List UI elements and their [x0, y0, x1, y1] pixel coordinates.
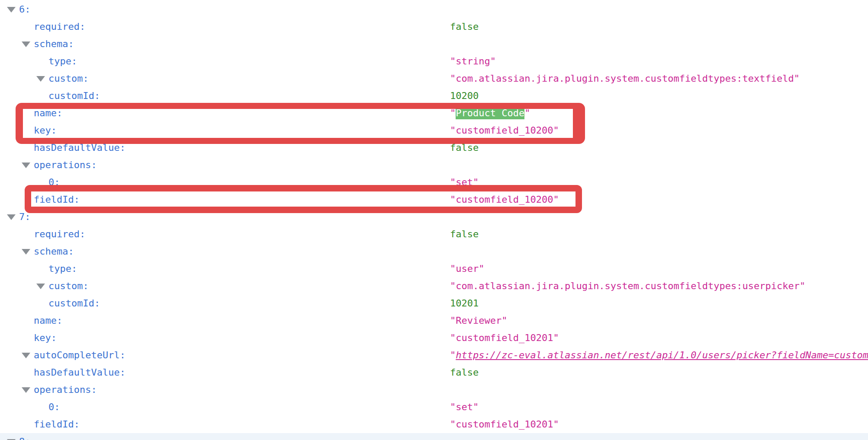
annotation-box-2 — [25, 185, 582, 213]
json-row: key:"customfield_10201" — [0, 329, 868, 347]
chevron-down-icon[interactable] — [22, 163, 30, 168]
chevron-down-icon[interactable] — [22, 387, 30, 393]
json-value: "com.atlassian.jira.plugin.system.custom… — [450, 277, 805, 295]
json-key: type: — [0, 56, 77, 67]
json-key: fieldId: — [0, 419, 80, 430]
autocomplete-url-link[interactable]: https://zc-eval.atlassian.net/rest/api/1… — [456, 350, 868, 360]
json-value: "set" — [450, 399, 479, 416]
chevron-down-icon[interactable] — [7, 214, 16, 220]
json-value: "customfield_10201" — [450, 416, 559, 433]
json-value: false — [450, 364, 479, 381]
json-row: 8: — [0, 433, 868, 440]
json-row: operations: — [0, 156, 868, 174]
json-value-quote: " — [450, 350, 456, 360]
json-value: false — [450, 18, 479, 35]
json-key: name: — [0, 315, 62, 326]
chevron-down-icon[interactable] — [22, 41, 30, 47]
json-row: custom:"com.atlassian.jira.plugin.system… — [0, 70, 868, 87]
json-row: hasDefaultValue:false — [0, 364, 868, 381]
json-value: 10200 — [450, 87, 479, 105]
json-key: 0: — [0, 402, 60, 412]
json-key: schema: — [0, 246, 74, 257]
json-row: type:"user" — [0, 260, 868, 277]
json-key: hasDefaultValue: — [0, 367, 125, 378]
json-row: schema: — [0, 35, 868, 53]
json-value: "string" — [450, 53, 496, 70]
json-row: fieldId:"customfield_10201" — [0, 416, 868, 433]
json-value: "user" — [450, 260, 484, 277]
json-row: customId:10200 — [0, 87, 868, 105]
json-key: type: — [0, 263, 77, 274]
json-key: operations: — [0, 384, 97, 395]
json-value: "Reviewer" — [450, 312, 507, 329]
json-key: key: — [0, 332, 57, 343]
chevron-down-icon[interactable] — [22, 353, 30, 358]
json-row: required:false — [0, 18, 868, 35]
json-value: "com.atlassian.jira.plugin.system.custom… — [450, 70, 800, 87]
json-viewer: 6:required:falseschema:type:"string"cust… — [0, 0, 868, 440]
chevron-down-icon[interactable] — [36, 284, 45, 289]
json-key: schema: — [0, 38, 74, 49]
json-row: 0:"set" — [0, 399, 868, 416]
chevron-down-icon[interactable] — [22, 249, 30, 255]
json-key: operations: — [0, 159, 97, 170]
json-row: schema: — [0, 243, 868, 260]
json-value: 10201 — [450, 295, 479, 312]
json-row: name:"Reviewer" — [0, 312, 868, 329]
json-key: required: — [0, 21, 85, 32]
json-row: operations: — [0, 381, 868, 399]
json-key: customId: — [0, 90, 100, 101]
chevron-down-icon[interactable] — [36, 76, 45, 82]
json-row: autoCompleteUrl:"https://zc-eval.atlassi… — [0, 347, 868, 364]
json-value: "customfield_10201" — [450, 329, 559, 347]
json-key: customId: — [0, 298, 100, 309]
json-row: type:"string" — [0, 53, 868, 70]
json-key: required: — [0, 229, 85, 239]
json-value[interactable]: "https://zc-eval.atlassian.net/rest/api/… — [450, 347, 868, 364]
json-tree: 6:required:falseschema:type:"string"cust… — [0, 1, 868, 440]
json-row: custom:"com.atlassian.jira.plugin.system… — [0, 277, 868, 295]
json-row: customId:10201 — [0, 295, 868, 312]
json-key: autoCompleteUrl: — [0, 350, 125, 360]
json-value: false — [450, 226, 479, 243]
chevron-down-icon[interactable] — [7, 7, 16, 13]
json-row: 6: — [0, 1, 868, 18]
json-row: required:false — [0, 226, 868, 243]
annotation-box-1 — [16, 103, 585, 144]
